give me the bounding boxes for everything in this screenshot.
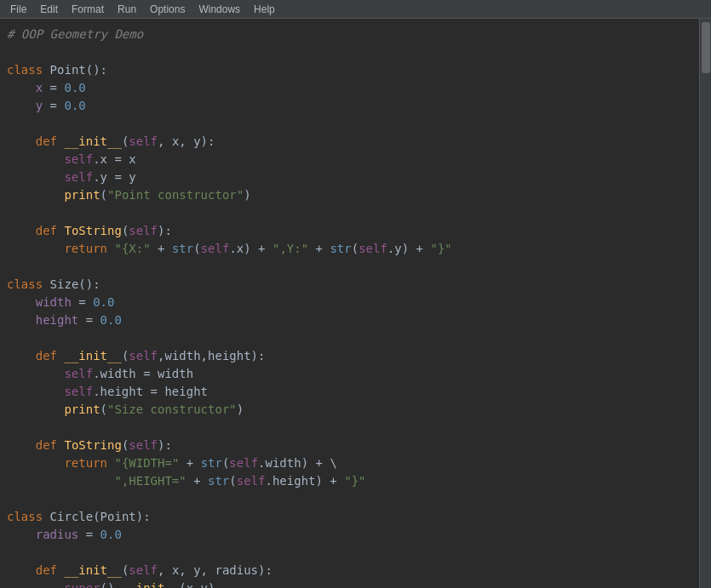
menu-windows[interactable]: Windows xyxy=(192,2,247,17)
menu-bar: File Edit Format Run Options Windows Hel… xyxy=(0,0,711,19)
menu-file[interactable]: File xyxy=(3,2,33,17)
code-editor[interactable]: # OOP Geometry Demo class Point(): x = 0… xyxy=(0,19,699,588)
menu-run[interactable]: Run xyxy=(111,2,143,17)
menu-format[interactable]: Format xyxy=(65,2,111,17)
menu-edit[interactable]: Edit xyxy=(33,2,65,17)
vertical-scrollbar[interactable] xyxy=(699,19,711,588)
scrollbar-thumb[interactable] xyxy=(702,22,710,73)
menu-options[interactable]: Options xyxy=(143,2,192,17)
editor-area: # OOP Geometry Demo class Point(): x = 0… xyxy=(0,19,711,588)
menu-help[interactable]: Help xyxy=(247,2,282,17)
code-content: # OOP Geometry Demo class Point(): x = 0… xyxy=(7,26,699,588)
